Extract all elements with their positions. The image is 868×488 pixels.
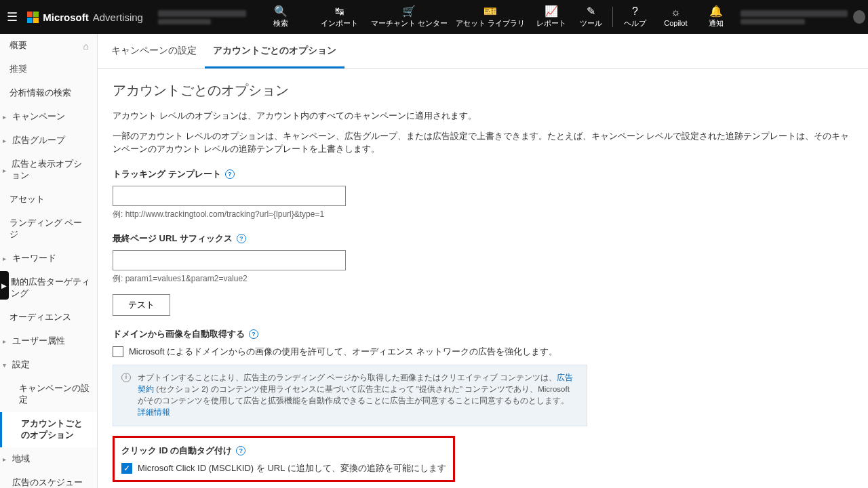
sidebar-insights[interactable]: 分析情報の検索 <box>0 81 97 105</box>
top-bar: ☰ Microsoft Advertising 🔍検索 ↹インポート 🛒マーチャ… <box>0 0 868 34</box>
sidebar-adgroup[interactable]: ▸広告グループ <box>0 129 97 152</box>
nav-label: ヘルプ <box>624 18 646 28</box>
sidebar-settings[interactable]: ▾設定 <box>0 353 97 377</box>
sidebar-campaign[interactable]: ▸キャンペーン <box>0 105 97 129</box>
user-menu[interactable] <box>735 10 853 24</box>
info-text: (セクション 2) のコンテンツ使用ライセンスに基づいて広告主によって "提供さ… <box>138 385 570 405</box>
sidebar-adsopts[interactable]: ▸広告と表示オプション <box>0 152 97 188</box>
sidebar-recommend[interactable]: 推奨 <box>0 58 97 81</box>
tracking-template-label: トラッキング テンプレート <box>113 168 221 180</box>
url-suffix-hint: 例: param1=values1&param2=value2 <box>113 273 853 285</box>
tab-campaign-settings[interactable]: キャンペーンの設定 <box>103 34 205 68</box>
tracking-template-hint: 例: http://www.trackingtool.com/tracking?… <box>113 209 853 220</box>
domain-image-label: ドメインから画像を自動取得する <box>113 328 245 340</box>
nav-notif[interactable]: 🔔通知 <box>697 2 735 33</box>
main-content: キャンペーンの設定 アカウントごとのオプション アカウントごとのオプション アカ… <box>98 34 868 488</box>
sidebar-region[interactable]: ▸地域 <box>0 447 97 471</box>
chevron-right-icon: ▸ <box>3 137 11 144</box>
page-title: アカウントごとのオプション <box>113 81 853 100</box>
nav-copilot[interactable]: ☼Copilot <box>654 2 697 33</box>
sidebar-adsched[interactable]: ▸広告のスケジュール <box>0 471 97 488</box>
sidebar: ▶ 概要⌂ 推奨 分析情報の検索 ▸キャンペーン ▸広告グループ ▸広告と表示オ… <box>0 34 98 488</box>
sidebar-expand-handle[interactable]: ▶ <box>0 271 9 300</box>
microsoft-logo-icon <box>27 12 39 23</box>
sidebar-label: アセット <box>9 194 45 205</box>
sidebar-asset[interactable]: アセット <box>0 188 97 211</box>
chart-icon: 📈 <box>545 6 558 17</box>
nav-merchant[interactable]: 🛒マーチャント センター <box>368 2 450 33</box>
chevron-right-icon: ▸ <box>3 338 11 345</box>
nav-help[interactable]: ?ヘルプ <box>616 2 654 33</box>
page-desc-2: 一部のアカウント レベルのオプションは、キャンペーン、広告グループ、または広告設… <box>113 129 853 156</box>
home-icon: ⌂ <box>83 41 89 52</box>
url-suffix-group: 最終ページ URL サフィックス? 例: param1=values1&para… <box>113 232 853 285</box>
info-text: オプトインすることにより、広告主のランディング ページから取得した画像またはクリ… <box>138 373 557 382</box>
details-link[interactable]: 詳細情報 <box>138 408 170 416</box>
sidebar-account-options[interactable]: アカウントごとのオプション <box>0 412 97 447</box>
nav-asset-library[interactable]: 🎫アセット ライブラリ <box>450 2 531 33</box>
domain-image-checkbox-label: Microsoft によるドメインからの画像の使用を許可して、オーディエンス ネ… <box>129 346 557 358</box>
sidebar-audience[interactable]: オーディエンス <box>0 306 97 329</box>
click-id-checkbox[interactable]: ✓ <box>121 463 132 474</box>
nav-search[interactable]: 🔍検索 <box>252 2 310 33</box>
sidebar-landing[interactable]: ランディング ページ <box>0 211 97 247</box>
brand-text-2: Advertising <box>93 12 143 23</box>
sidebar-label: 地域 <box>12 453 30 465</box>
help-icon[interactable]: ? <box>236 446 245 455</box>
sidebar-label: 分析情報の検索 <box>9 87 71 99</box>
sidebar-label: オーディエンス <box>9 312 71 323</box>
menu-icon[interactable]: ☰ <box>0 9 24 24</box>
chevron-right-icon: ▸ <box>3 485 11 489</box>
sidebar-label: キャンペーン <box>12 111 65 123</box>
avatar[interactable] <box>853 10 865 24</box>
click-id-label: クリック ID の自動タグ付け <box>121 445 232 457</box>
tabs: キャンペーンの設定 アカウントごとのオプション <box>98 34 868 69</box>
cart-icon: 🛒 <box>402 6 416 17</box>
nav-import[interactable]: ↹インポート <box>310 2 368 33</box>
copilot-icon: ☼ <box>671 7 681 18</box>
brand[interactable]: Microsoft Advertising <box>24 12 150 23</box>
page-desc-1: アカウント レベルのオプションは、アカウント内のすべてのキャンペーンに適用されま… <box>113 109 853 123</box>
chevron-right-icon: ▸ <box>3 255 11 262</box>
test-button[interactable]: テスト <box>113 294 170 316</box>
brand-text-1: Microsoft <box>43 12 89 23</box>
help-icon[interactable]: ? <box>225 169 235 179</box>
url-suffix-input[interactable] <box>113 250 346 270</box>
nav-label: ツール <box>580 18 602 28</box>
sidebar-overview[interactable]: 概要⌂ <box>0 34 97 58</box>
click-id-highlight: クリック ID の自動タグ付け? ✓ Microsoft Click ID (M… <box>113 436 455 482</box>
sidebar-userattr[interactable]: ▸ユーザー属性 <box>0 329 97 353</box>
sidebar-label: 概要 <box>9 40 27 52</box>
sidebar-keyword[interactable]: ▸キーワード <box>0 247 97 270</box>
nav-label: 検索 <box>273 18 288 28</box>
nav-label: 通知 <box>709 18 724 28</box>
sidebar-label: 広告のスケジュール <box>12 477 90 488</box>
sidebar-label: キーワード <box>12 253 56 264</box>
help-icon: ? <box>632 6 638 17</box>
import-icon: ↹ <box>335 6 344 17</box>
tracking-template-group: トラッキング テンプレート? 例: http://www.trackingtoo… <box>113 168 853 220</box>
click-id-checkbox-label: Microsoft Click ID (MSCLKID) を URL に追加して… <box>138 462 446 474</box>
chevron-right-icon: ▸ <box>3 113 11 121</box>
help-icon[interactable]: ? <box>249 329 258 339</box>
sidebar-label: 動的広告ターゲティング <box>11 277 90 300</box>
account-switcher[interactable] <box>153 0 252 34</box>
wrench-icon: ✎ <box>587 6 595 17</box>
nav-tool[interactable]: ✎ツール <box>572 2 610 33</box>
domain-image-info: i オプトインすることにより、広告主のランディング ページから取得した画像または… <box>113 365 587 426</box>
tab-account-options[interactable]: アカウントごとのオプション <box>205 34 344 68</box>
chevron-down-icon: ▾ <box>3 361 11 369</box>
help-icon[interactable]: ? <box>237 234 246 243</box>
tracking-template-input[interactable] <box>113 186 346 206</box>
chevron-right-icon: ▸ <box>3 455 11 463</box>
sidebar-dynamic[interactable]: ▸動的広告ターゲティング <box>0 270 97 306</box>
sidebar-label: ランディング ページ <box>9 218 90 241</box>
sidebar-label: 設定 <box>12 359 30 371</box>
nav-label: Copilot <box>664 19 687 27</box>
sidebar-campaign-settings[interactable]: キャンペーンの設定 <box>0 377 97 412</box>
sidebar-label: キャンペーンの設定 <box>19 383 90 406</box>
bell-icon: 🔔 <box>709 6 723 17</box>
nav-report[interactable]: 📈レポート <box>531 2 572 33</box>
sidebar-label: 広告と表示オプション <box>12 159 90 182</box>
domain-image-checkbox[interactable] <box>113 346 123 357</box>
